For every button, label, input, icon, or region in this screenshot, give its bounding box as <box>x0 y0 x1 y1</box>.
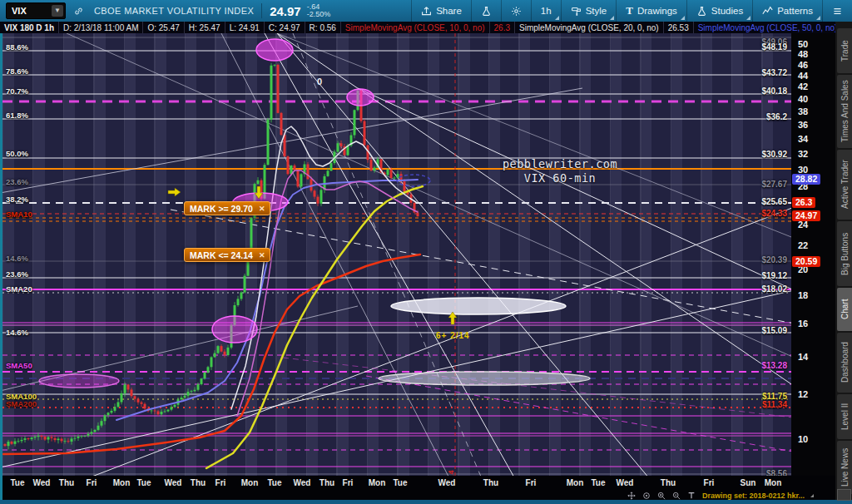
drawing-set-caret-icon <box>810 494 814 497</box>
drawing-ellipse[interactable] <box>347 89 374 106</box>
axis-tick: 10 <box>798 434 808 444</box>
fib-level-label: SMA10 <box>6 210 32 219</box>
sma-slow-red <box>3 254 420 454</box>
sidebar-tab-trade[interactable]: Trade <box>837 28 852 73</box>
sidebar-tab-level-ii[interactable]: Level II <box>837 394 852 439</box>
day-label: Thu <box>59 478 74 487</box>
time-axis[interactable]: TueWedThuFriMonTueWedThuFriMonTueWedThuF… <box>2 476 835 491</box>
gear-icon <box>511 6 522 17</box>
zoom-out-icon[interactable] <box>672 491 681 500</box>
price-level-label: $43.72 <box>761 68 787 77</box>
day-label: Fri <box>215 478 226 487</box>
link-icon[interactable] <box>71 3 86 18</box>
price-axis[interactable]: 5048464442403836343230282422201816141210… <box>791 33 835 476</box>
day-label: Wed <box>33 478 51 487</box>
style-icon <box>571 6 582 17</box>
toolbar-patterns-label: Patterns <box>777 6 813 16</box>
axis-price-flag: 20.59 <box>792 256 820 267</box>
axis-tick: 12 <box>798 389 808 399</box>
toolbar-studies-button[interactable]: Studies <box>686 0 752 22</box>
alert-mark-above[interactable]: MARK >= 29.70 ✕ <box>184 201 270 215</box>
divider <box>261 3 262 18</box>
header-cell-3: H: 25.47 <box>185 22 225 33</box>
drawing-ellipse[interactable] <box>379 372 590 385</box>
trend-line[interactable] <box>293 33 493 476</box>
axis-price-flag: 28.82 <box>792 174 820 185</box>
fib-level-label: 88.6% <box>6 42 28 52</box>
alert-text: MARK <= 24.14 <box>190 250 253 260</box>
symbol-select[interactable]: VIX ▼ <box>6 2 66 19</box>
chart-plot <box>2 33 791 476</box>
day-label: Mon <box>241 478 259 487</box>
drawing-ellipse[interactable] <box>39 374 119 388</box>
fib-level-label: SMA20 <box>6 284 32 294</box>
day-label: Fri <box>343 478 354 487</box>
fib-level-label: 23.6% <box>6 269 28 279</box>
trend-line[interactable] <box>277 33 791 254</box>
fib-level-label: SMA50 <box>6 361 32 370</box>
close-icon[interactable]: ✕ <box>259 205 265 213</box>
price-level-label: $13.28 <box>761 361 787 370</box>
fib-level-label: 14.6% <box>6 328 28 337</box>
watermark-line2: VIX 60-min <box>468 171 651 185</box>
axis-tick: 24 <box>798 220 808 230</box>
axis-tick: 38 <box>798 106 808 116</box>
zoom-in-icon[interactable] <box>657 491 666 500</box>
trend-line[interactable] <box>358 88 791 309</box>
day-label: Tue <box>591 478 605 487</box>
toolbar-timeframe-button[interactable]: 1h <box>531 0 561 22</box>
toolbar-quick-study-button[interactable] <box>471 0 501 22</box>
axis-tick: 22 <box>798 240 808 250</box>
header-cell-10: 26.53 <box>664 22 694 33</box>
arrow-right-marker[interactable] <box>168 188 181 196</box>
trend-line[interactable] <box>277 33 671 476</box>
last-price: 24.97 <box>270 4 301 18</box>
chart-canvas[interactable]: pebblewriter.com VIX 60-min 0 6+ 2/14 JW… <box>2 33 791 476</box>
day-label: Mon <box>113 478 131 487</box>
trend-line[interactable] <box>366 376 791 459</box>
sidebar-tab-live-news[interactable]: Live News <box>837 441 852 494</box>
close-icon[interactable]: ✕ <box>259 251 265 259</box>
instrument-name: CBOE MARKET VOLATILITY INDEX <box>94 6 254 16</box>
toolbar-style-button[interactable]: Style <box>561 0 617 22</box>
header-cell-6: R: 0.56 <box>305 22 341 33</box>
toolbar-settings-button[interactable] <box>501 0 531 22</box>
day-label: Tue <box>393 478 407 487</box>
drawing-set-selector[interactable]: Drawing set: 2018-0212 hkr... <box>702 492 805 500</box>
axis-tick: 44 <box>798 71 808 81</box>
sidebar-tab-big-buttons[interactable]: Big Buttons <box>837 221 852 286</box>
axis-tick: 18 <box>798 290 808 300</box>
axis-tick: 14 <box>798 352 808 362</box>
toolbar-drawings-button[interactable]: TDrawings <box>616 0 686 22</box>
price-level-label: $15.09 <box>761 326 787 335</box>
toolbar-menu-button[interactable] <box>822 0 852 22</box>
drawing-ellipse[interactable] <box>256 39 293 61</box>
drawing-ellipse[interactable] <box>391 298 566 314</box>
alert-mark-below[interactable]: MARK <= 24.14 ✕ <box>184 248 270 262</box>
symbol-caret-icon[interactable]: ▼ <box>52 5 63 17</box>
toolbar-share-button[interactable]: Share <box>411 0 471 22</box>
toolbar-patterns-button[interactable]: Patterns <box>752 0 822 22</box>
sidebar-tab-chart[interactable]: Chart <box>837 288 852 331</box>
sidebar-tab-active-trader[interactable]: Active Trader <box>837 150 852 220</box>
crosshair-icon[interactable] <box>642 491 651 500</box>
trend-line[interactable] <box>67 33 791 376</box>
scrollbar-corner[interactable] <box>837 489 851 501</box>
sidebar-tab-dashboard[interactable]: Dashboard <box>837 333 852 393</box>
axis-tick: 32 <box>798 149 808 159</box>
day-label: Sun <box>741 478 756 487</box>
trend-line[interactable] <box>283 358 791 422</box>
header-cell-11: SimpleMovingAvg (CLOSE, 50, 0, no) <box>694 22 835 33</box>
trend-line[interactable] <box>265 33 529 476</box>
sidebar-tab-times-and-sales[interactable]: Times And Sales <box>837 75 852 148</box>
drawing-ellipse[interactable] <box>212 316 257 343</box>
window-accent-bottom <box>0 500 852 504</box>
text-tool-icon[interactable] <box>687 491 696 500</box>
day-label: Fri <box>704 478 715 487</box>
pan-icon[interactable] <box>627 491 637 500</box>
header-cell-0: VIX 180 D 1h <box>0 22 59 33</box>
top-toolbar: VIX ▼ CBOE MARKET VOLATILITY INDEX 24.97… <box>0 0 852 22</box>
fib-level-label: SMA200 <box>6 399 37 408</box>
day-label: Thu <box>191 478 206 487</box>
dropdown-corner-icon <box>816 16 820 20</box>
